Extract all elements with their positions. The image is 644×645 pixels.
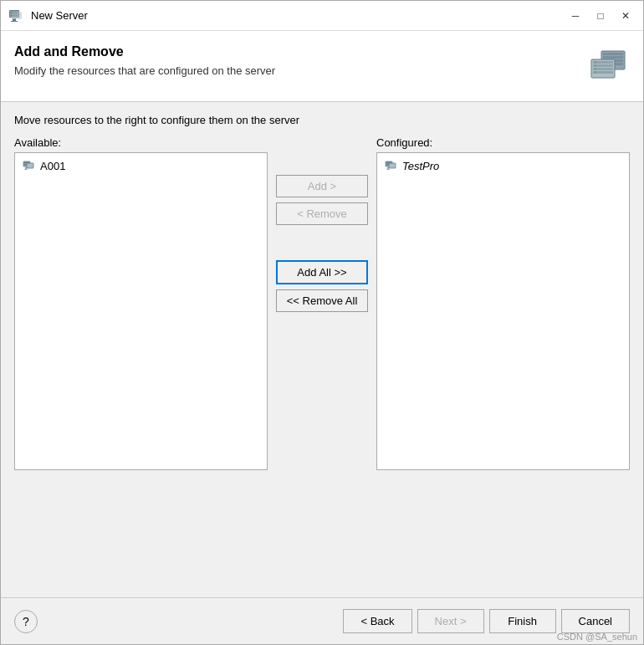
- header-text: Add and Remove Modify the resources that…: [14, 44, 576, 77]
- back-button[interactable]: < Back: [343, 609, 411, 633]
- list-item-label: TestPro: [402, 160, 439, 172]
- configured-list[interactable]: TestPro: [376, 152, 630, 470]
- svg-rect-33: [389, 163, 396, 168]
- instruction-text: Move resources to the right to configure…: [14, 114, 630, 126]
- list-item[interactable]: TestPro: [381, 156, 626, 175]
- svg-point-21: [595, 72, 596, 74]
- header-section: Add and Remove Modify the resources that…: [1, 31, 643, 102]
- svg-rect-26: [24, 169, 28, 170]
- help-button[interactable]: ?: [14, 610, 38, 633]
- header-title: Add and Remove: [14, 44, 576, 59]
- add-all-button[interactable]: Add All >>: [276, 260, 368, 284]
- header-subtitle: Modify the resources that are configured…: [14, 64, 576, 77]
- configured-panel: Configured:: [376, 136, 630, 470]
- finish-button[interactable]: Finish: [489, 609, 556, 633]
- item-icon: [22, 159, 35, 172]
- svg-rect-27: [27, 163, 33, 168]
- svg-rect-7: [12, 12, 22, 19]
- close-button[interactable]: ✕: [615, 7, 636, 25]
- remove-all-button[interactable]: << Remove All: [276, 289, 368, 312]
- panels-row: Available:: [14, 136, 630, 586]
- available-panel: Available:: [14, 136, 268, 470]
- svg-rect-6: [11, 21, 18, 22]
- window-icon: [8, 8, 24, 24]
- svg-rect-9: [603, 53, 623, 55]
- add-button[interactable]: Add >: [276, 175, 368, 197]
- configured-label: Configured:: [376, 136, 630, 149]
- cancel-button[interactable]: Cancel: [561, 609, 630, 633]
- next-button[interactable]: Next >: [417, 609, 484, 633]
- remove-button[interactable]: < Remove: [276, 202, 368, 225]
- footer: ? < Back Next > Finish Cancel: [1, 597, 643, 644]
- maximize-button[interactable]: □: [590, 7, 611, 25]
- item-icon: [384, 159, 397, 172]
- available-label: Available:: [14, 136, 268, 149]
- main-window: New Server ─ □ ✕ Add and Remove Modify t…: [0, 0, 644, 645]
- middle-buttons: Add > < Remove Add All >> << Remove All: [268, 155, 376, 312]
- svg-point-18: [595, 62, 596, 64]
- svg-point-19: [595, 65, 596, 67]
- content-area: Move resources to the right to configure…: [1, 102, 643, 597]
- svg-point-20: [595, 69, 596, 70]
- list-item[interactable]: A001: [18, 156, 263, 175]
- list-item-label: A001: [40, 160, 65, 172]
- minimize-button[interactable]: ─: [565, 7, 586, 25]
- watermark: CSDN @SA_sehun: [557, 632, 637, 642]
- window-controls: ─ □ ✕: [565, 7, 636, 25]
- available-list[interactable]: A001: [14, 152, 268, 470]
- svg-rect-32: [386, 169, 390, 170]
- header-icon: [586, 44, 630, 88]
- window-title: New Server: [31, 9, 565, 22]
- title-bar: New Server ─ □ ✕: [1, 1, 643, 31]
- footer-buttons: < Back Next > Finish Cancel: [343, 609, 630, 633]
- svg-rect-10: [603, 56, 623, 59]
